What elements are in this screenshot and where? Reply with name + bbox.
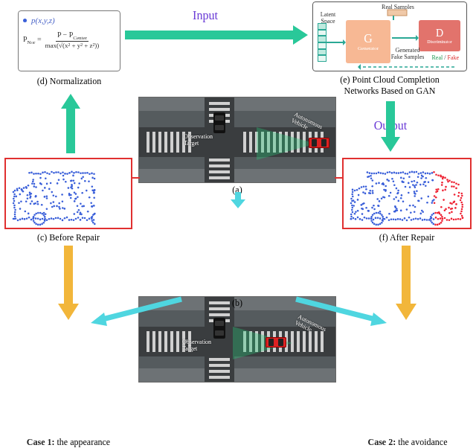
svg-point-247 (51, 206, 54, 208)
svg-point-19 (26, 218, 28, 220)
svg-point-110 (33, 216, 35, 218)
svg-point-15 (17, 220, 19, 222)
svg-line-578 (100, 299, 181, 320)
svg-point-544 (438, 211, 440, 214)
svg-point-474 (365, 188, 367, 191)
svg-point-499 (451, 218, 453, 220)
svg-point-195 (93, 192, 95, 194)
svg-point-221 (27, 194, 29, 196)
svg-point-343 (375, 224, 377, 226)
svg-point-202 (74, 200, 76, 202)
svg-point-577 (448, 207, 450, 209)
svg-point-315 (382, 173, 385, 175)
svg-point-406 (358, 194, 360, 196)
svg-point-236 (78, 182, 80, 185)
svg-point-334 (425, 173, 427, 175)
av-car-icon (309, 138, 329, 148)
svg-point-439 (417, 176, 419, 178)
svg-point-355 (382, 216, 384, 218)
svg-point-36 (64, 217, 66, 220)
svg-marker-579 (91, 313, 107, 326)
svg-point-294 (351, 205, 353, 207)
svg-point-303 (356, 189, 358, 191)
svg-point-506 (435, 173, 437, 176)
red-connector-right (335, 177, 344, 179)
svg-point-146 (35, 186, 37, 188)
svg-point-96 (86, 172, 89, 174)
svg-point-500 (453, 219, 455, 221)
point-dot-icon (23, 19, 27, 22)
svg-point-253 (357, 217, 359, 219)
svg-point-566 (435, 196, 437, 199)
gan-real-text: Real (432, 54, 443, 61)
gan-discriminator: D Discriminator (419, 20, 460, 51)
svg-point-399 (431, 202, 434, 204)
svg-point-328 (411, 171, 414, 173)
svg-point-288 (350, 218, 353, 220)
svg-point-267 (388, 220, 390, 222)
svg-point-249 (74, 182, 76, 185)
svg-point-293 (352, 207, 354, 209)
svg-point-369 (411, 181, 413, 183)
svg-point-73 (35, 173, 37, 175)
svg-point-358 (430, 220, 432, 222)
svg-point-69 (28, 185, 30, 187)
svg-point-86 (64, 173, 66, 175)
svg-point-550 (453, 185, 455, 188)
svg-point-178 (80, 202, 82, 205)
svg-point-65 (19, 188, 21, 190)
svg-point-333 (422, 171, 425, 173)
svg-point-35 (62, 220, 64, 222)
gan-arrow-2 (390, 16, 396, 23)
svg-point-323 (400, 172, 402, 174)
svg-point-242 (75, 197, 77, 199)
svg-point-570 (455, 188, 457, 190)
svg-point-361 (431, 214, 434, 217)
svg-point-91 (75, 171, 77, 173)
case2-caption: Case 2: the avoidanceof collision (342, 426, 473, 448)
svg-point-72 (33, 173, 35, 175)
svg-point-115 (41, 213, 43, 215)
svg-point-464 (424, 181, 426, 183)
svg-point-214 (65, 181, 67, 183)
svg-point-534 (434, 224, 437, 226)
svg-point-318 (389, 171, 391, 173)
svg-point-436 (396, 208, 398, 210)
svg-point-216 (44, 196, 46, 198)
gan-generator: G Generator (346, 20, 390, 63)
svg-point-338 (382, 218, 385, 220)
svg-point-460 (372, 190, 374, 192)
svg-point-299 (351, 193, 353, 196)
svg-point-174 (19, 208, 22, 210)
svg-point-199 (42, 190, 44, 192)
svg-point-153 (73, 179, 75, 182)
svg-point-108 (33, 220, 35, 222)
svg-point-117 (44, 216, 46, 218)
av-car-icon-b (266, 337, 286, 348)
svg-point-317 (387, 171, 389, 173)
svg-point-289 (350, 216, 353, 218)
svg-point-467 (420, 213, 422, 215)
svg-point-215 (25, 187, 28, 189)
svg-point-347 (370, 218, 373, 220)
svg-point-141 (46, 197, 48, 199)
svg-point-59 (13, 198, 15, 200)
svg-point-363 (372, 179, 374, 182)
svg-point-67 (23, 187, 25, 189)
gan-fake-text: Fake (447, 54, 459, 61)
svg-point-533 (437, 224, 439, 226)
svg-marker-8 (358, 64, 361, 70)
svg-point-412 (393, 198, 396, 200)
svg-point-551 (448, 212, 451, 214)
svg-point-491 (362, 191, 364, 193)
svg-point-379 (367, 176, 369, 179)
svg-point-99 (93, 173, 95, 176)
svg-point-428 (406, 208, 408, 211)
svg-point-542 (451, 185, 453, 188)
svg-point-274 (404, 217, 406, 220)
svg-point-62 (13, 191, 15, 193)
svg-point-207 (33, 185, 36, 188)
svg-point-486 (431, 200, 434, 202)
svg-point-309 (369, 172, 371, 174)
svg-point-105 (37, 224, 39, 226)
